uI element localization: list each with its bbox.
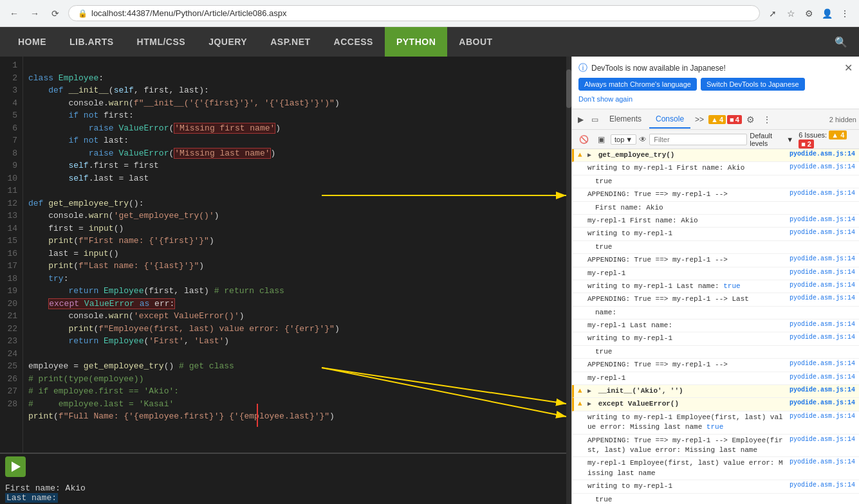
log-link[interactable]: pyodide.asm.js:14 <box>790 436 855 443</box>
extensions-button[interactable]: ⚙ <box>801 6 817 21</box>
log-writing-3[interactable]: writing to my-repl-1 pyodide.asm.js:14 <box>572 332 859 345</box>
log-true-3[interactable]: true <box>572 346 859 359</box>
tab-elements[interactable]: Elements <box>603 111 648 129</box>
more-button[interactable]: ⋮ <box>837 6 853 21</box>
eye-icon[interactable]: 👁 <box>639 135 647 144</box>
log-true-1[interactable]: true <box>572 176 859 188</box>
log-appending-1[interactable]: APPENDING: True ==> my-repl-1 --> pyodid… <box>572 188 859 201</box>
nav-jquery[interactable]: JQUERY <box>197 27 259 57</box>
log-link[interactable]: pyodide.asm.js:14 <box>790 294 855 302</box>
log-init-akio[interactable]: ▲ ▶ __init__('Akio', '') pyodide.asm.js:… <box>572 385 859 398</box>
log-link[interactable]: pyodide.asm.js:14 <box>790 269 855 276</box>
log-myrepl-first[interactable]: my-repl-1 First name: Akio pyodide.asm.j… <box>572 215 859 228</box>
log-except-valueerror[interactable]: ▲ ▶ except ValueError() pyodide.asm.js:1… <box>572 398 859 411</box>
log-true-2[interactable]: true <box>572 241 859 254</box>
nav-python[interactable]: PYTHON <box>385 27 447 57</box>
back-button[interactable]: ← <box>6 6 22 21</box>
run-button[interactable] <box>5 456 26 477</box>
notif-title: DevTools is now available in Japanese! <box>591 64 726 73</box>
line-numbers: 1234567891011121314151617181920212223242… <box>0 57 23 453</box>
log-myrepl-3[interactable]: my-repl-1 pyodide.asm.js:14 <box>572 372 859 385</box>
log-link[interactable]: pyodide.asm.js:14 <box>790 190 855 197</box>
inspect-button[interactable]: ▶ <box>575 113 587 126</box>
log-link[interactable]: pyodide.asm.js:14 <box>790 399 855 406</box>
log-appending-employee[interactable]: APPENDING: True ==> my-repl-1 --> Employ… <box>572 435 859 458</box>
code-scrollbar[interactable] <box>566 57 571 504</box>
log-link[interactable]: pyodide.asm.js:14 <box>790 163 855 170</box>
tab-console[interactable]: Console <box>649 111 690 129</box>
top-selector[interactable]: top ▼ <box>611 134 636 145</box>
log-link[interactable]: pyodide.asm.js:14 <box>790 216 855 223</box>
profile-button[interactable]: 👤 <box>819 6 835 21</box>
log-link[interactable]: pyodide.asm.js:14 <box>790 413 855 420</box>
log-text: true <box>595 242 855 252</box>
code-area: 1234567891011121314151617181920212223242… <box>0 57 571 504</box>
log-name-indent[interactable]: name: <box>572 307 859 320</box>
issues-count: 6 Issues: ▲ 4 ■ 2 <box>799 130 855 148</box>
log-true-4[interactable]: true <box>572 494 859 504</box>
notif-header: ⓘ DevTools is now available in Japanese!… <box>578 62 853 74</box>
log-link[interactable]: pyodide.asm.js:14 <box>790 255 855 262</box>
log-writing-last[interactable]: writing to my-repl-1 Last name: true pyo… <box>572 280 859 293</box>
log-link[interactable]: pyodide.asm.js:14 <box>790 374 855 381</box>
log-appending-last[interactable]: APPENDING: True ==> my-repl-1 --> Last p… <box>572 293 859 306</box>
code-scroll-thumb[interactable] <box>566 69 571 108</box>
log-text: name: <box>595 308 855 318</box>
forward-button[interactable]: → <box>27 6 42 21</box>
devtools-secondary-toolbar: 🚫 ▣ top ▼ 👁 Default levels ▼ 6 Issues: ▲… <box>572 130 859 149</box>
log-text: writing to my-repl-1 Employee(first, las… <box>587 413 784 433</box>
log-link[interactable]: pyodide.asm.js:14 <box>790 150 855 158</box>
log-text: ▶ __init__('Akio', '') <box>587 386 784 396</box>
device-button[interactable]: ▭ <box>588 113 602 126</box>
filter-input[interactable] <box>649 134 747 145</box>
log-text: First name: Akio <box>595 203 855 213</box>
dont-show-link[interactable]: Don't show again <box>578 95 633 103</box>
nav-home[interactable]: HOME <box>6 27 58 57</box>
log-myrepl-last[interactable]: my-repl-1 Last name: pyodide.asm.js:14 <box>572 320 859 332</box>
output-last-name: Last name: <box>5 493 58 503</box>
issues-warn: ▲ 4 <box>829 130 847 140</box>
log-appending-3[interactable]: APPENDING: True ==> my-repl-1 --> pyodid… <box>572 359 859 372</box>
log-link[interactable]: pyodide.asm.js:14 <box>790 334 855 341</box>
log-writing-employee-error[interactable]: writing to my-repl-1 Employee(first, las… <box>572 411 859 435</box>
devtools-panel: ⓘ DevTools is now available in Japanese!… <box>571 57 859 504</box>
log-link[interactable]: pyodide.asm.js:14 <box>790 282 855 289</box>
log-writing-first[interactable]: writing to my-repl-1 First name: Akio py… <box>572 162 859 175</box>
log-writing-2[interactable]: writing to my-repl-1 pyodide.asm.js:14 <box>572 228 859 240</box>
nav-about[interactable]: ABOUT <box>447 27 504 57</box>
log-link[interactable]: pyodide.asm.js:14 <box>790 458 855 465</box>
settings-button[interactable]: ⚙ <box>743 113 758 127</box>
address-bar[interactable]: 🔒 localhost:44387/Menu/Python/Article/Ar… <box>68 5 760 21</box>
log-link[interactable]: pyodide.asm.js:14 <box>790 321 855 328</box>
log-text: APPENDING: True ==> my-repl-1 --> Employ… <box>587 436 784 456</box>
bookmark-button[interactable]: ☆ <box>783 6 799 21</box>
console-log[interactable]: ▲ ▶ get_employee_try() pyodide.asm.js:14… <box>572 149 859 504</box>
warn-icon: ▲ <box>578 400 582 408</box>
nav-htmlcss[interactable]: HTML/CSS <box>125 27 198 57</box>
log-link[interactable]: pyodide.asm.js:14 <box>790 360 855 367</box>
share-button[interactable]: ➚ <box>765 6 780 21</box>
nav-access[interactable]: ACCESS <box>322 27 385 57</box>
log-writing-4[interactable]: writing to my-repl-1 pyodide.asm.js:14 <box>572 480 859 493</box>
more-tabs-button[interactable]: >> <box>692 113 707 126</box>
log-myrepl-employee-error[interactable]: my-repl-1 Employee(first, last) value er… <box>572 457 859 480</box>
reload-button[interactable]: ⟳ <box>48 6 63 21</box>
nav-libarts[interactable]: LIB.ARTS <box>58 27 125 57</box>
clear-console-button[interactable]: 🚫 <box>576 133 592 146</box>
code-content[interactable]: class Employee: def __init__(self, first… <box>23 57 571 453</box>
search-button[interactable]: 🔍 <box>829 33 853 51</box>
notif-close-button[interactable]: ✕ <box>844 62 853 74</box>
devtools-more-button[interactable]: ⋮ <box>759 113 775 127</box>
log-link[interactable]: pyodide.asm.js:14 <box>790 386 855 393</box>
nav-aspnet[interactable]: ASP.NET <box>259 27 322 57</box>
log-first-name-akio[interactable]: First name: Akio <box>572 202 859 215</box>
always-match-button[interactable]: Always match Chrome's language <box>578 78 697 91</box>
log-get-employee-try[interactable]: ▲ ▶ get_employee_try() pyodide.asm.js:14 <box>572 149 859 162</box>
log-link[interactable]: pyodide.asm.js:14 <box>790 229 855 236</box>
log-myrepl-2[interactable]: my-repl-1 pyodide.asm.js:14 <box>572 267 859 280</box>
switch-devtools-button[interactable]: Switch DevTools to Japanese <box>701 78 805 91</box>
default-levels-selector[interactable]: Default levels ▼ <box>750 132 793 147</box>
toggle-button[interactable]: ▣ <box>595 133 608 146</box>
log-link[interactable]: pyodide.asm.js:14 <box>790 482 855 489</box>
log-appending-2[interactable]: APPENDING: True ==> my-repl-1 --> pyodid… <box>572 254 859 267</box>
